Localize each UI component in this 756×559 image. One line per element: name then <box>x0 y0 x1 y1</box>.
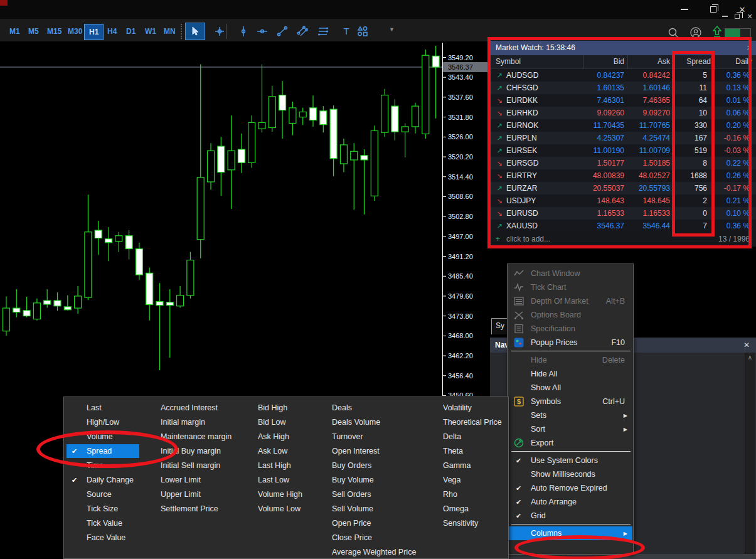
market-watch-row-xauusd[interactable]: ↗XAUUSD3546.373546.4470.36 % <box>490 220 756 232</box>
timeframe-m15-button[interactable]: M15 <box>43 24 66 40</box>
shapes-tool-button[interactable] <box>353 23 373 40</box>
market-watch-row-eursek[interactable]: ↗EURSEK11.0019011.00709519-0.03 % <box>490 144 756 157</box>
tab-symbols-fragment[interactable]: Sy <box>491 318 508 334</box>
cursor-tool-button[interactable] <box>185 23 205 40</box>
column-option-rho[interactable]: Rho <box>443 487 457 501</box>
trendline-tool-button[interactable] <box>272 23 292 40</box>
menu-item-show-milliseconds[interactable]: Show Milliseconds <box>508 467 632 481</box>
menu-item-options-board[interactable]: Options Board <box>508 308 632 322</box>
column-option-buy-orders[interactable]: Buy Orders <box>332 459 371 472</box>
market-watch-header[interactable]: SymbolBidAskSpreadDaily Cha... <box>490 55 756 69</box>
column-option-gamma[interactable]: Gamma <box>443 459 471 472</box>
column-option-tick-size[interactable]: Tick Size <box>87 502 118 516</box>
column-option-average-weighted-price[interactable]: Average Weighted Price <box>332 545 416 559</box>
timeframe-d1-button[interactable]: D1 <box>122 24 140 40</box>
column-header-symbol[interactable]: Symbol <box>496 55 571 68</box>
column-option-theta[interactable]: Theta <box>443 444 463 458</box>
column-option-volatility[interactable]: Volatility <box>443 401 472 415</box>
column-header-spread[interactable]: Spread <box>676 55 711 68</box>
column-option-ask-low[interactable]: Ask Low <box>258 444 287 458</box>
column-option-spread[interactable]: ✔Spread <box>87 444 112 458</box>
menu-item-export[interactable]: Export <box>508 436 632 450</box>
column-option-high-low[interactable]: High/Low <box>87 415 119 429</box>
column-option-close-price[interactable]: Close Price <box>332 531 372 545</box>
navigator-scrollbar[interactable]: ∧ <box>745 353 755 554</box>
column-option-deals[interactable]: Deals <box>332 401 352 415</box>
timeframe-m5-button[interactable]: M5 <box>24 24 43 40</box>
market-watch-row-eurusd[interactable]: ↘EURUSD1.165331.1653300.10 % <box>490 207 756 220</box>
column-separator[interactable] <box>627 55 628 68</box>
channel-tool-button[interactable] <box>292 23 312 40</box>
column-option-volume-low[interactable]: Volume Low <box>258 502 301 516</box>
column-option-initial-margin[interactable]: Initial margin <box>161 415 205 429</box>
column-option-sensitivity[interactable]: Sensitivity <box>443 516 478 530</box>
menu-item-hide[interactable]: HideDelete <box>508 353 632 367</box>
menu-item-depth-of-market[interactable]: Depth Of MarketAlt+B <box>508 294 632 308</box>
menu-item-chart-window[interactable]: Chart Window <box>508 267 632 280</box>
column-option-open-interest[interactable]: Open Interest <box>332 444 380 458</box>
column-option-tick-value[interactable]: Tick Value <box>87 516 122 530</box>
column-option-last-high[interactable]: Last High <box>258 459 291 472</box>
market-watch-row-eurzar[interactable]: ↗EURZAR20.5503720.55793756-0.17 % <box>490 182 756 194</box>
column-separator[interactable] <box>673 55 674 68</box>
column-option-last[interactable]: Last <box>87 401 102 415</box>
column-option-omega[interactable]: Omega <box>443 502 469 516</box>
market-watch-row-audsgd[interactable]: ↗AUDSGD0.842370.8424250.36 % <box>490 69 756 82</box>
market-watch-row-eurdkk[interactable]: ↘EURDKK7.463017.46365640.01 % <box>490 94 756 107</box>
search-icon[interactable] <box>668 27 679 38</box>
market-watch-close-icon[interactable]: ✕ <box>747 41 752 55</box>
menu-item-columns[interactable]: Columns▶ <box>508 526 632 540</box>
menu-item-sort[interactable]: Sort▶ <box>508 422 632 436</box>
column-option-bid-low[interactable]: Bid Low <box>258 415 285 429</box>
column-option-volume[interactable]: Volume <box>87 430 113 444</box>
menu-item-sets[interactable]: Sets▶ <box>508 408 632 422</box>
candlestick-chart[interactable]: 3549.203543.403537.603531.803526.003520.… <box>0 43 490 396</box>
market-watch-titlebar[interactable]: Market Watch: 15:38:46 ✕ <box>490 41 756 55</box>
column-option-settlement-price[interactable]: Settlement Price <box>161 502 218 516</box>
column-option-theoretical-price[interactable]: Theoretical Price <box>443 415 502 429</box>
menu-item-tick-chart[interactable]: Tick Chart <box>508 280 632 294</box>
column-option-source[interactable]: Source <box>87 487 112 501</box>
column-option-last-low[interactable]: Last Low <box>258 473 289 487</box>
menu-item-hide-all[interactable]: Hide All <box>508 367 632 381</box>
menu-item-use-system-colors[interactable]: ✔Use System Colors <box>508 454 632 467</box>
menu-item-show-all[interactable]: Show All <box>508 381 632 395</box>
market-watch-row-usdjpy[interactable]: ↘USDJPY148.643148.64520.21 % <box>490 194 756 207</box>
add-symbol-plus-icon[interactable]: + <box>496 232 500 246</box>
menu-item-specification[interactable]: Specification <box>508 322 632 336</box>
minimize-button[interactable] <box>675 3 694 16</box>
menu-item-auto-arrange[interactable]: ✔Auto Arrange <box>508 495 632 509</box>
column-header-ask[interactable]: Ask <box>630 55 670 68</box>
column-option-initial-sell-margin[interactable]: Initial Sell margin <box>161 459 220 472</box>
fibonacci-tool-button[interactable] <box>313 23 333 40</box>
community-upload-icon[interactable] <box>711 26 723 38</box>
market-watch-row-eurtry[interactable]: ↘EURTRY48.0083948.0252716880.26 % <box>490 169 756 182</box>
column-option-time[interactable]: Time <box>87 459 104 472</box>
timeframe-h1-button[interactable]: H1 <box>84 24 104 40</box>
child-close-button[interactable]: ✕ <box>744 11 755 21</box>
child-restore-button[interactable] <box>732 11 743 21</box>
menu-item-popup-prices[interactable]: Popup PricesF10 <box>508 336 632 349</box>
add-symbol-label[interactable]: click to add... <box>506 232 550 246</box>
market-watch-row-eurpln[interactable]: ↗EURPLN4.253074.25474167-0.16 % <box>490 132 756 144</box>
timeframe-mn-button[interactable]: MN <box>159 24 180 40</box>
column-option-vega[interactable]: Vega <box>443 473 461 487</box>
column-option-buy-volume[interactable]: Buy Volume <box>332 473 374 487</box>
column-option-lower-limit[interactable]: Lower Limit <box>161 473 201 487</box>
column-option-deals-volume[interactable]: Deals Volume <box>332 415 380 429</box>
menu-item-auto-remove-expired[interactable]: ✔Auto Remove Expired <box>508 481 632 495</box>
timeframe-m1-button[interactable]: M1 <box>5 24 24 40</box>
scroll-up-icon[interactable]: ∧ <box>748 354 752 361</box>
timeframe-h4-button[interactable]: H4 <box>103 24 121 40</box>
column-option-open-price[interactable]: Open Price <box>332 516 371 530</box>
market-watch-row-chfsgd[interactable]: ↗CHFSGD1.601351.60146110.13 % <box>490 82 756 94</box>
column-option-accrued-interest[interactable]: Accrued Interest <box>161 401 218 415</box>
column-option-maintenance-margin[interactable]: Maintenance margin <box>161 430 232 444</box>
market-watch-row-eursgd[interactable]: ↘EURSGD1.501771.5018580.22 % <box>490 157 756 169</box>
account-icon[interactable] <box>690 27 701 38</box>
chevron-down-icon[interactable]: ▼ <box>389 26 395 33</box>
menu-item-symbols[interactable]: $SymbolsCtrl+U <box>508 395 632 408</box>
menu-item-grid[interactable]: ✔Grid <box>508 509 632 523</box>
crosshair-tool-button[interactable] <box>210 23 230 40</box>
column-option-delta[interactable]: Delta <box>443 430 461 444</box>
